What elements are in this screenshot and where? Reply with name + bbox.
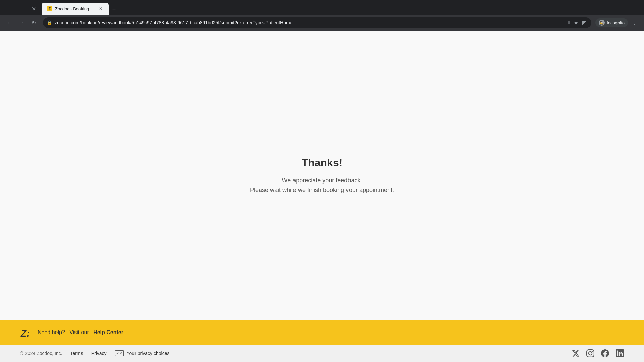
help-visit: Visit our — [69, 329, 89, 335]
subtext-line2: Please wait while we finish booking your… — [250, 187, 394, 193]
browser-tabs: Z Zocdoc - Booking ✕ + — [42, 3, 640, 15]
lock-icon: 🔒 — [47, 20, 52, 25]
tab-title: Zocdoc - Booking — [55, 6, 95, 11]
tab-close-button[interactable]: ✕ — [98, 6, 103, 11]
facebook-icon[interactable] — [601, 349, 609, 357]
browser-chrome: – □ ✕ Z Zocdoc - Booking ✕ + ← → ↻ 🔒 zoc… — [0, 0, 644, 31]
new-tab-button[interactable]: + — [109, 5, 119, 15]
footer-help-text: Need help? Visit our Help Center — [38, 329, 123, 336]
minimize-button[interactable]: – — [4, 3, 15, 14]
browser-menu-button[interactable]: ⋮ — [629, 17, 640, 28]
tab-favicon: Z — [47, 6, 52, 11]
window-controls: – □ ✕ — [4, 3, 39, 14]
url-text: zocdoc.com/booking/reviewandbook/5c149c9… — [55, 20, 562, 25]
browser-title-bar: – □ ✕ Z Zocdoc - Booking ✕ + — [0, 0, 644, 15]
privacy-choices-label: Your privacy choices — [127, 351, 170, 356]
terms-link[interactable]: Terms — [70, 351, 83, 356]
incognito-badge[interactable]: 🕵 Incognito — [595, 18, 628, 27]
zocdoc-logo-svg: Z: — [20, 326, 34, 339]
twitter-icon[interactable] — [572, 349, 580, 357]
main-content: Thanks! We appreciate your feedback. Ple… — [0, 31, 644, 320]
restore-button[interactable]: □ — [16, 3, 27, 14]
address-bar[interactable]: 🔒 zocdoc.com/booking/reviewandbook/5c149… — [43, 17, 591, 28]
footer-links: © 2024 Zocdoc, Inc. Terms Privacy ✓✕ You… — [0, 345, 644, 362]
split-view-icon[interactable]: ◤ — [581, 19, 587, 27]
hide-icon[interactable]: 👁⃠ — [565, 19, 571, 27]
help-need-help: Need help? — [38, 329, 65, 335]
thanks-subtext: We appreciate your feedback. Please wait… — [250, 176, 394, 195]
browser-nav-bar: ← → ↻ 🔒 zocdoc.com/booking/reviewandbook… — [0, 15, 644, 31]
svg-text:Z:: Z: — [20, 328, 30, 339]
incognito-label: Incognito — [607, 20, 625, 25]
instagram-icon[interactable] — [586, 349, 594, 357]
bookmark-icon[interactable]: ★ — [573, 19, 580, 27]
subtext-line1: We appreciate your feedback. — [282, 177, 362, 184]
privacy-choices[interactable]: ✓✕ Your privacy choices — [115, 350, 170, 356]
browser-right-controls: 🕵 Incognito ⋮ — [595, 17, 640, 28]
forward-button[interactable]: → — [16, 17, 27, 28]
back-button[interactable]: ← — [4, 17, 15, 28]
linkedin-icon[interactable] — [616, 349, 624, 357]
footer-copyright: © 2024 Zocdoc, Inc. — [20, 351, 62, 356]
help-center-link[interactable]: Help Center — [93, 329, 123, 335]
privacy-choices-icon: ✓✕ — [115, 350, 124, 356]
incognito-icon: 🕵 — [599, 20, 605, 26]
page-content: Thanks! We appreciate your feedback. Ple… — [0, 31, 644, 362]
thanks-heading: Thanks! — [302, 157, 343, 169]
footer-left: © 2024 Zocdoc, Inc. Terms Privacy ✓✕ You… — [20, 350, 169, 356]
privacy-link[interactable]: Privacy — [91, 351, 107, 356]
address-bar-icons: 👁⃠ ★ ◤ — [565, 19, 587, 27]
footer-social — [572, 349, 624, 357]
footer-help-banner: Z: Need help? Visit our Help Center — [0, 320, 644, 345]
close-button[interactable]: ✕ — [28, 3, 39, 14]
zocdoc-logo: Z: — [20, 326, 34, 339]
active-tab[interactable]: Z Zocdoc - Booking ✕ — [42, 3, 109, 15]
reload-button[interactable]: ↻ — [28, 17, 39, 28]
